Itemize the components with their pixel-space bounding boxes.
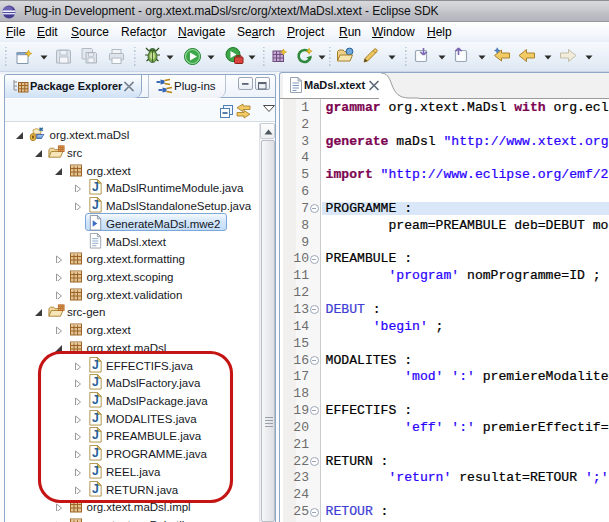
svg-text:J: J [92, 198, 99, 212]
svg-text:J: J [92, 446, 99, 460]
svg-text:J: J [92, 411, 99, 425]
svg-text:J: J [92, 482, 99, 496]
svg-text:J: J [92, 181, 99, 195]
svg-text:J: J [92, 429, 99, 443]
svg-text:J: J [92, 375, 99, 389]
svg-text:J: J [92, 393, 99, 407]
svg-text:J: J [92, 464, 99, 478]
svg-text:J: J [92, 358, 99, 372]
